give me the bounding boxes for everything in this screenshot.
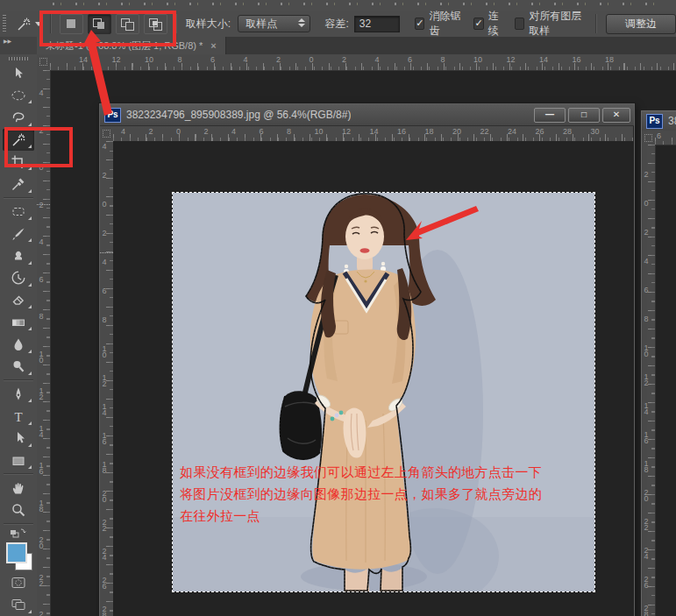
zoom-icon (13, 505, 25, 516)
eyedropper-tool[interactable] (3, 173, 34, 195)
blur-tool[interactable] (3, 333, 34, 355)
window1-title: 3823234796_895908389.jpg @ 56.4%(RGB/8#) (126, 109, 351, 121)
window2-titlebar[interactable]: Ps 382 (642, 111, 676, 131)
quick-mask-icon (12, 577, 25, 587)
shape-tool[interactable] (3, 450, 34, 471)
document-window-1[interactable]: Ps 3823234796_895908389.jpg @ 56.4%(RGB/… (99, 103, 635, 616)
stepper-icon (298, 18, 305, 27)
tolerance-input[interactable]: 32 (354, 16, 401, 32)
annotation-line: 在往外拉一点 (180, 505, 588, 527)
history-brush-tool[interactable] (3, 267, 34, 289)
pen-icon (17, 387, 21, 400)
ps-file-icon: Ps (646, 114, 663, 129)
separator (4, 197, 33, 199)
minimize-button[interactable]: — (534, 108, 566, 123)
maximize-button[interactable]: □ (568, 108, 600, 123)
eraser-tool[interactable] (3, 289, 34, 311)
main-ruler-corner (37, 54, 51, 71)
antialias-label: 消除锯齿 (429, 9, 460, 39)
blur-icon (15, 339, 23, 351)
window1-horizontal-ruler: 42024681012141618202224262830 (113, 126, 633, 142)
antialias-checkbox[interactable]: ✓ 消除锯齿 (415, 9, 460, 39)
red-highlight-magic-wand-tool (4, 127, 73, 167)
hand-tool[interactable] (3, 477, 34, 499)
window2-horizontal-ruler: 6 (655, 131, 676, 145)
gradient-icon (13, 320, 25, 326)
window1-vertical-ruler: 420246810121416182022242628 (100, 141, 114, 616)
shape-icon (13, 457, 24, 465)
path-select-icon (18, 432, 25, 443)
clone-stamp-tool[interactable] (3, 244, 34, 266)
hand-icon (13, 483, 24, 493)
swap-colors-button[interactable] (3, 527, 34, 542)
move-tool[interactable] (3, 62, 34, 84)
lasso-tool[interactable] (3, 106, 34, 128)
tutorial-annotation-text: 如果没有框到的边缘我们可以通过左上角箭头的地方点击一下 将图片没框到的边缘向图像… (180, 461, 588, 527)
sample-size-label: 取样大小: (186, 17, 231, 32)
type-tool[interactable]: T (3, 405, 34, 427)
sample-all-layers-label: 对所有图层取样 (529, 9, 585, 39)
toolbox-collapse-button[interactable]: ▶▶ (0, 37, 37, 54)
canvas-image-selection[interactable]: 如果没有框到的边缘我们可以通过左上角箭头的地方点击一下 将图片没框到的边缘向图像… (172, 192, 595, 592)
separator (4, 523, 33, 525)
separator (595, 14, 597, 33)
zoom-tool[interactable] (3, 499, 34, 520)
eyedropper-icon (13, 179, 25, 190)
window2-vertical-ruler: 20246810121416182022242628 (642, 145, 656, 616)
red-arrow-shoulder (173, 193, 594, 591)
checkbox-mark (515, 18, 524, 30)
annotation-line: 如果没有框到的边缘我们可以通过左上角箭头的地方点击一下 (180, 461, 588, 483)
sample-all-layers-checkbox[interactable]: 对所有图层取样 (515, 9, 585, 39)
brush-tool[interactable] (3, 223, 34, 244)
window2-title: 382 (668, 115, 676, 127)
checkbox-mark: ✓ (415, 18, 424, 30)
document-window-2[interactable]: Ps 382 6 20246810121416182022242628 (641, 110, 676, 616)
foreground-color-swatch[interactable] (6, 542, 27, 563)
sample-size-value: 取样点 (245, 17, 277, 32)
options-grip[interactable] (3, 15, 6, 32)
swap-colors-icon (11, 529, 25, 537)
type-icon: T (14, 409, 22, 423)
tab-close-icon[interactable]: × (210, 40, 216, 51)
contiguous-checkbox[interactable]: ✓ 连续 (473, 9, 503, 39)
path-selection-tool[interactable] (3, 428, 34, 450)
contiguous-label: 连续 (488, 9, 503, 39)
toolbox-grip[interactable] (9, 57, 28, 60)
screen-mode-icon (12, 600, 25, 610)
elliptical-marquee-tool[interactable] (3, 84, 34, 106)
lasso-icon (13, 113, 23, 122)
pen-tool[interactable] (3, 383, 34, 405)
window1-ruler-corner (100, 126, 114, 142)
window1-canvas[interactable]: 如果没有框到的边缘我们可以通过左上角箭头的地方点击一下 将图片没框到的边缘向图像… (113, 141, 634, 616)
stamp-icon (14, 251, 23, 261)
close-button[interactable]: ✕ (602, 108, 630, 123)
gradient-tool[interactable] (3, 311, 34, 333)
sample-size-dropdown[interactable]: 取样点 (238, 15, 310, 32)
window2-ruler-corner (642, 131, 656, 145)
magic-wand-icon[interactable] (13, 13, 33, 34)
move-icon (16, 67, 23, 78)
window1-titlebar[interactable]: Ps 3823234796_895908389.jpg @ 56.4%(RGB/… (100, 104, 634, 126)
brush-icon (12, 228, 24, 239)
window1-content: 42024681012141618202224262830 4202468101… (100, 126, 634, 616)
ruler-position-marker (100, 252, 113, 253)
main-horizontal-ruler: 1412108642024681012141618 (50, 54, 676, 71)
color-swatches (3, 542, 34, 571)
dodge-icon (14, 361, 24, 372)
refine-edge-button[interactable]: 调整边 (606, 14, 676, 34)
eraser-icon (14, 297, 24, 305)
screen-mode-button[interactable] (3, 594, 34, 616)
dodge-tool[interactable] (3, 356, 34, 378)
red-arrow-add-mode (77, 25, 121, 121)
checkbox-mark: ✓ (473, 18, 483, 30)
photoshop-app: 取样大小: 取样点 容差: 32 ✓ 消除锯齿 ✓ 连续 对所有图层取样 调整边… (0, 0, 676, 616)
patch-icon (13, 209, 24, 216)
tolerance-label: 容差: (324, 17, 348, 32)
quick-mask-button[interactable] (3, 571, 34, 593)
history-brush-icon (12, 272, 25, 284)
separator (4, 379, 33, 381)
separator (4, 473, 33, 475)
ruler-position-marker (37, 204, 50, 205)
healing-patch-tool[interactable] (3, 201, 34, 223)
annotation-line: 将图片没框到的边缘向图像那边拉一点，如果多了就点旁边的 (180, 483, 588, 505)
